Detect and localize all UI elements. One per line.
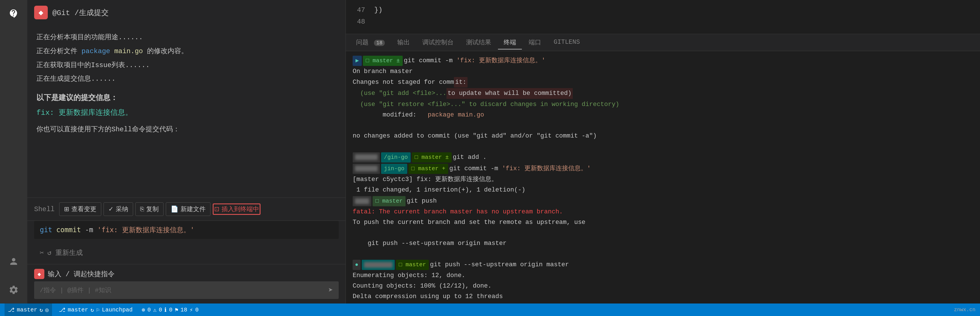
status-branch[interactable]: ⎇ master ↻ ◎: [5, 303, 52, 316]
input-header: ◆ 输入 / 调起快捷指令: [34, 269, 339, 279]
term-line-empty3: [353, 228, 973, 238]
branch-icon: ⎇: [8, 306, 14, 313]
adopt-icon: ✓: [108, 205, 113, 213]
toolbar-label: Shell: [34, 205, 55, 213]
term-line-no-changes: no changes added to commit (use "git add…: [353, 131, 973, 141]
activity-icon-settings[interactable]: [6, 282, 22, 298]
status-line-2: 正在分析文件 package main.go 的修改内容。: [37, 46, 336, 57]
input-placeholder: /指令 | @插件 | #知识: [40, 286, 111, 294]
term-line-empty2: [353, 141, 973, 151]
sync-icon: ↻: [40, 306, 43, 313]
view-changes-button[interactable]: ⊞ 查看变更: [59, 202, 101, 216]
term-line-fatal: fatal: The current branch master has no …: [353, 207, 973, 217]
term-line-empty4: [353, 249, 973, 259]
status-line-1: 正在分析本项目的功能用途......: [37, 32, 336, 43]
input-title: 输入 / 调起快捷指令: [48, 269, 115, 278]
editor-area: 47 48 }): [346, 0, 980, 34]
status-launchpad[interactable]: ⎇ master ↻ ⚐ Launchpad: [57, 306, 135, 313]
status-errors[interactable]: ⊗ 0 ⚠ 0 ℹ 0 ⚑ 18 ⚡ 0: [139, 306, 201, 313]
line-48: 48: [352, 16, 365, 28]
code-block: git commit -m 'fix: 更新数据库连接信息。': [34, 221, 339, 239]
editor-code: }): [374, 5, 382, 28]
term-line-use2: (use "git restore <file>..." to discard …: [353, 100, 973, 110]
status-right: znwx.cn: [954, 307, 975, 313]
term-line-enum: Enumerating objects: 12, done.: [353, 270, 973, 281]
panel-toolbar: Shell ⊞ 查看变更 ✓ 采纳 ⎘ 复制 📄 新建文件 ⊡ 插入到终端中: [27, 197, 345, 221]
info-icon: ℹ: [164, 306, 167, 313]
new-file-button[interactable]: 📄 新建文件: [166, 202, 210, 216]
send-icon[interactable]: ➤: [328, 285, 333, 295]
term-line-push-upstream: ● □ master git push --set-upstream origi…: [353, 260, 973, 270]
insert-terminal-button[interactable]: ⊡ 插入到终端中: [213, 203, 261, 215]
status-line-4: 正在生成提交信息......: [37, 73, 336, 85]
view-icon: ⊞: [64, 205, 69, 213]
activity-icon-git[interactable]: [6, 6, 22, 22]
problems-badge: 18: [374, 40, 385, 46]
term-line-push-cmd: git push --set-upstream origin master: [353, 238, 973, 248]
panel-title: @Git /生成提交: [52, 8, 109, 17]
term-line-git-commit2: jin-go □ master + git commit -m 'fix: 更新…: [353, 164, 973, 174]
branch-name: master: [17, 306, 37, 313]
status-bar: ⎇ master ↻ ◎ ⎇ master ↻ ⚐ Launchpad ⊗ 0 …: [0, 303, 980, 316]
term-line-modified: modified: package main.go: [353, 110, 973, 120]
copy-button[interactable]: ⎘ 复制: [135, 202, 164, 216]
panel-header: ◆ @Git /生成提交: [27, 0, 345, 25]
section-commit-title: 以下是建议的提交信息：: [37, 92, 336, 104]
term-line-empty1: [353, 121, 973, 130]
line-numbers: 47 48: [352, 5, 365, 28]
term-line-commit-cmd: ▶ □ master ± git commit -m 'fix: 更新数据库连接…: [353, 56, 973, 66]
input-box[interactable]: /指令 | @插件 | #知识 ➤: [34, 281, 339, 299]
term-line-counting: Counting objects: 100% (12/12), done.: [353, 281, 973, 291]
term-line-master-commit: [master c5yctc3] fix: 更新数据库连接信息。: [353, 175, 973, 184]
tab-output[interactable]: 输出: [391, 36, 415, 49]
term-line-topush: To push the current branch and set the r…: [353, 218, 973, 227]
commit-message: fix: 更新数据库连接信息。: [37, 106, 336, 119]
git-logo: ◆: [34, 6, 48, 19]
error-icon: ⊗: [142, 306, 145, 313]
adopt-button[interactable]: ✓ 采纳: [103, 202, 133, 216]
term-line-delta: Delta compression using up to 12 threads: [353, 292, 973, 302]
tab-gitlens[interactable]: GITLENS: [548, 37, 585, 49]
term-line-use1: (use "git add <file>...to update what wi…: [353, 88, 973, 98]
tab-test-results[interactable]: 测试结果: [460, 36, 497, 49]
right-panel: 47 48 }) 问题 18 输出 调试控制台 测试结果: [346, 0, 980, 303]
status-line-3: 正在获取项目中的Issue列表......: [37, 60, 336, 71]
tab-ports[interactable]: 端口: [523, 36, 547, 49]
input-area: ◆ 输入 / 调起快捷指令 /指令 | @插件 | #知识 ➤: [27, 264, 345, 303]
term-line-git-add: /gin-go □ master ± git add .: [353, 152, 973, 162]
term-line-git-push: □ master git push: [353, 196, 973, 206]
input-logo: ◆: [34, 269, 45, 279]
line-47: 47: [352, 5, 365, 16]
copy-icon: ⎘: [140, 205, 144, 213]
branch-label: ⎇: [59, 306, 65, 313]
regen-icon: ✂: [40, 249, 44, 257]
terminal-insert-icon: ⊡: [214, 205, 219, 213]
left-panel: ◆ @Git /生成提交 正在分析本项目的功能用途...... 正在分析文件 p…: [27, 0, 346, 303]
term-line-file-changed: 1 file changed, 1 insertion(+), 1 deleti…: [353, 185, 973, 195]
branch-counts: ◎: [45, 306, 49, 313]
activity-bar: [0, 0, 27, 303]
regen-button[interactable]: ✂ ↺ 重新生成: [34, 243, 339, 262]
watermark: znwx.cn: [954, 307, 975, 313]
terminal-tabs: 问题 18 输出 调试控制台 测试结果 终端 端口 GITLENS: [346, 34, 980, 51]
file-icon: 📄: [171, 205, 178, 213]
tab-debug-console[interactable]: 调试控制台: [417, 36, 459, 49]
tab-terminal[interactable]: 终端: [498, 36, 522, 49]
terminal-content: ▶ □ master ± git commit -m 'fix: 更新数据库连接…: [346, 51, 980, 303]
tab-problems[interactable]: 问题 18: [350, 36, 390, 49]
panel-content: 正在分析本项目的功能用途...... 正在分析文件 package main.g…: [27, 25, 345, 197]
term-line-changes: Changes not staged for commit:: [353, 77, 973, 87]
warning-icon: ⚠: [153, 306, 156, 313]
section-shell-title: 你也可以直接使用下方的Shell命令提交代码：: [37, 124, 336, 135]
activity-icon-user[interactable]: [6, 254, 22, 269]
term-line-branch: On branch master: [353, 67, 973, 76]
